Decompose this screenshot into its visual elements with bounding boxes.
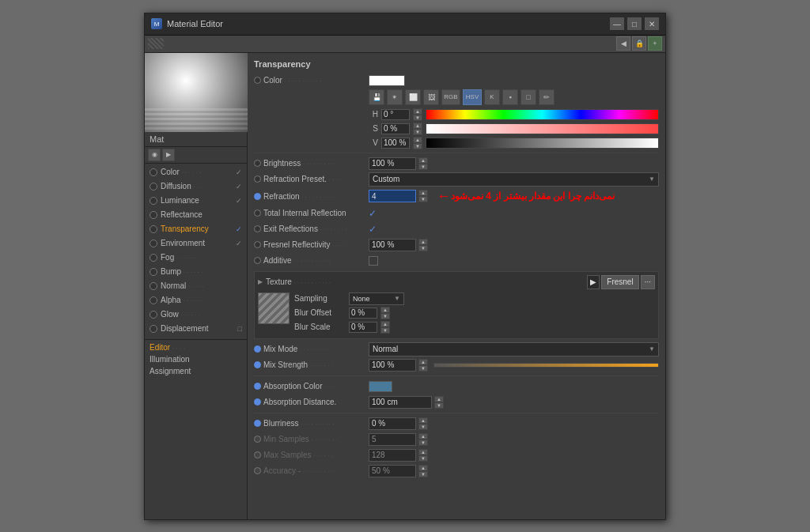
minimize-button[interactable]: — — [610, 17, 624, 30]
toolbar-arrow-icon[interactable]: ◀ — [616, 36, 630, 51]
color-picker[interactable] — [369, 75, 405, 86]
image-icon-btn[interactable]: 🖼 — [423, 89, 439, 105]
refraction-down[interactable]: ▼ — [418, 196, 428, 202]
sidebar-item-fog[interactable]: Fog · · · · · · — [145, 251, 247, 265]
sampling-dropdown[interactable]: None ▼ — [349, 292, 404, 305]
texture-expand-icon[interactable]: ▶ — [258, 278, 263, 285]
min-samples-spinner[interactable]: ▲ ▼ — [418, 433, 428, 446]
texture-more-btn[interactable]: ··· — [641, 275, 655, 289]
refraction-up[interactable]: ▲ — [418, 190, 428, 196]
mix-mode-dropdown[interactable]: Normal ▼ — [369, 342, 659, 357]
ac-down[interactable]: ▼ — [418, 471, 428, 477]
mix-strength-track[interactable] — [433, 363, 659, 368]
sidebar-item-reflectance[interactable]: Reflectance — [145, 208, 247, 222]
brightness-down[interactable]: ▼ — [418, 164, 428, 170]
texture-preview[interactable] — [258, 292, 290, 324]
bs-up[interactable]: ▲ — [380, 321, 390, 327]
s-spinner[interactable]: ▲ ▼ — [413, 123, 422, 135]
mx-down[interactable]: ▼ — [418, 455, 428, 462]
fresnel-reflectivity-spinner[interactable]: ▲ ▼ — [418, 239, 428, 251]
bs-down[interactable]: ▼ — [380, 327, 390, 334]
hsv-btn[interactable]: HSV — [463, 89, 482, 105]
s-down[interactable]: ▼ — [413, 129, 422, 135]
h-spinner[interactable]: ▲ ▼ — [413, 108, 422, 121]
max-samples-input[interactable] — [369, 449, 416, 462]
min-samples-input[interactable] — [369, 433, 416, 446]
fresnel-reflectivity-input[interactable] — [369, 239, 416, 251]
mn-up[interactable]: ▲ — [418, 433, 428, 440]
left-toolbar-btn-2[interactable]: ▶ — [162, 149, 175, 161]
brightness-input[interactable] — [369, 157, 416, 170]
refraction-spinner[interactable]: ▲ ▼ — [418, 190, 428, 202]
sidebar-item-displacement[interactable]: Displacement □ — [145, 322, 247, 336]
v-up[interactable]: ▲ — [413, 137, 422, 143]
ms-up[interactable]: ▲ — [418, 359, 428, 365]
additive-checkbox[interactable] — [369, 256, 378, 266]
bl-up[interactable]: ▲ — [418, 417, 428, 424]
sidebar-nav-assignment[interactable]: Assignment — [145, 365, 247, 377]
h-down[interactable]: ▼ — [413, 115, 422, 121]
ms-down[interactable]: ▼ — [418, 365, 428, 372]
white-square-btn[interactable]: □ — [520, 89, 536, 105]
pencil-icon-btn[interactable]: ✏ — [539, 89, 555, 105]
fr-up[interactable]: ▲ — [418, 239, 428, 245]
s-up[interactable]: ▲ — [413, 123, 422, 129]
sidebar-nav-editor[interactable]: Editor · · · · — [145, 341, 247, 353]
blur-offset-spinner[interactable]: ▲ ▼ — [380, 307, 390, 319]
accuracy-spinner[interactable]: ▲ ▼ — [418, 465, 428, 477]
sidebar-item-luminance[interactable]: Luminance · ✓ — [145, 194, 247, 208]
toolbar-add-icon[interactable]: + — [648, 36, 662, 51]
v-input[interactable] — [381, 138, 410, 149]
sidebar-item-alpha[interactable]: Alpha · · · · · · — [145, 293, 247, 308]
texture-play-btn[interactable]: ▶ — [587, 275, 600, 289]
h-up[interactable]: ▲ — [413, 108, 422, 115]
fr-down[interactable]: ▼ — [418, 245, 428, 251]
absorption-distance-spinner[interactable]: ▲ ▼ — [434, 396, 444, 409]
val-bar[interactable] — [426, 138, 659, 149]
reset-icon-btn[interactable]: ✴ — [387, 89, 403, 105]
texture-fresnel-btn[interactable]: Fresnel — [601, 275, 638, 289]
brightness-spinner[interactable]: ▲ ▼ — [418, 157, 428, 170]
tir-checkbox[interactable]: ✓ — [369, 208, 377, 219]
ac-up[interactable]: ▲ — [418, 465, 428, 471]
s-input[interactable] — [381, 123, 410, 134]
maximize-button[interactable]: □ — [627, 17, 642, 30]
accuracy-input[interactable] — [369, 465, 416, 477]
mix-strength-input[interactable] — [369, 359, 416, 372]
close-button[interactable]: ✕ — [645, 17, 659, 30]
sidebar-nav-illumination[interactable]: Illumination — [145, 353, 247, 365]
blurriness-input[interactable] — [369, 417, 416, 430]
exit-reflections-checkbox[interactable]: ✓ — [369, 224, 377, 235]
v-spinner[interactable]: ▲ ▼ — [413, 137, 422, 149]
copy-icon-btn[interactable]: ⬜ — [405, 89, 421, 105]
bo-up[interactable]: ▲ — [380, 307, 390, 313]
k-btn[interactable]: K — [484, 89, 500, 105]
sidebar-item-diffusion[interactable]: Diffusion · · · ✓ — [145, 179, 247, 194]
refraction-preset-dropdown[interactable]: Custom ▼ — [369, 172, 659, 187]
save-icon-btn[interactable]: 💾 — [369, 89, 384, 105]
bo-down[interactable]: ▼ — [380, 313, 390, 319]
material-preview[interactable] — [145, 53, 248, 132]
max-samples-spinner[interactable]: ▲ ▼ — [418, 449, 428, 462]
absorption-color-picker[interactable] — [369, 381, 392, 392]
brightness-up[interactable]: ▲ — [418, 157, 428, 164]
blur-scale-spinner[interactable]: ▲ ▼ — [380, 321, 390, 334]
hue-bar[interactable] — [426, 109, 659, 120]
sidebar-item-glow[interactable]: Glow · · · · · · — [145, 308, 247, 322]
sidebar-item-color[interactable]: Color · · · · · · · ✓ — [145, 165, 247, 179]
rgb-btn[interactable]: RGB — [441, 89, 460, 105]
sidebar-item-environment[interactable]: Environment ✓ — [145, 236, 247, 251]
v-down[interactable]: ▼ — [413, 143, 422, 149]
bl-down[interactable]: ▼ — [418, 424, 428, 430]
sidebar-item-transparency[interactable]: Transparency ✓ — [145, 222, 247, 236]
h-input[interactable] — [381, 109, 410, 120]
sidebar-item-normal[interactable]: Normal · · · · · — [145, 279, 247, 293]
black-square-btn[interactable]: ▪ — [502, 89, 518, 105]
blur-offset-input[interactable] — [349, 308, 377, 319]
sidebar-item-bump[interactable]: Bump · · · · · · — [145, 265, 247, 279]
refraction-input[interactable] — [369, 190, 416, 202]
mix-strength-spinner[interactable]: ▲ ▼ — [418, 359, 428, 372]
absorption-distance-input[interactable] — [369, 396, 432, 409]
mn-down[interactable]: ▼ — [418, 440, 428, 446]
ad-up[interactable]: ▲ — [434, 396, 444, 402]
